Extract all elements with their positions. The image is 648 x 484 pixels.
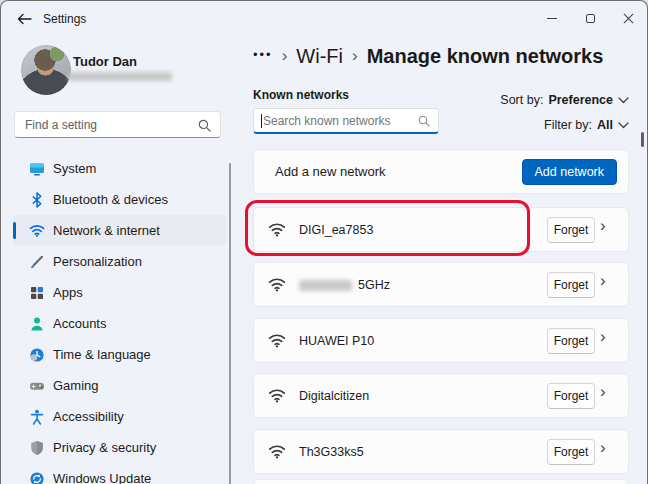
wifi-icon: [268, 333, 286, 348]
breadcrumb-wifi[interactable]: Wi-Fi: [296, 45, 343, 68]
maximize-icon: [586, 14, 595, 23]
window-title: Settings: [43, 1, 86, 37]
chevron-down-icon: [618, 122, 629, 129]
titlebar: Settings: [1, 1, 647, 37]
sidebar-item-label: Network & internet: [53, 223, 160, 238]
sidebar-item-label: Accounts: [53, 316, 106, 331]
minimize-button[interactable]: [533, 1, 571, 35]
filter-by-label: Filter by:: [544, 118, 592, 132]
user-email-redacted: [68, 72, 172, 81]
text-caret: [261, 114, 262, 128]
network-name: Th3G33ks5: [299, 430, 364, 475]
sidebar-item-label: Gaming: [53, 378, 99, 393]
sidebar-item-label: System: [53, 161, 96, 176]
network-name: HUAWEI P10: [299, 319, 374, 364]
chevron-separator-icon: ›: [352, 46, 358, 68]
minimize-icon: [547, 18, 557, 19]
sidebar-item-apps[interactable]: Apps: [13, 277, 226, 308]
wifi-icon: [268, 222, 286, 237]
back-arrow-icon: [17, 13, 32, 25]
forget-button[interactable]: Forget: [547, 272, 595, 298]
sidebar-nav: System Bluetooth & devices Network & int…: [13, 153, 226, 484]
sort-by-value: Preference: [548, 93, 613, 107]
redacted-name-blur: [299, 280, 352, 291]
sidebar-item-gaming[interactable]: Gaming: [13, 370, 226, 401]
filter-by-value: All: [597, 118, 613, 132]
main-content: ••• › Wi-Fi › Manage known networks Know…: [249, 37, 647, 484]
network-row-redacted-5ghz[interactable]: 5GHz Forget ›: [253, 262, 629, 307]
wifi-icon: [268, 444, 286, 459]
chevron-right-icon[interactable]: ›: [600, 216, 606, 236]
network-row-digitalcitizen[interactable]: Digitalcitizen Forget ›: [253, 373, 629, 418]
network-row-partial: [253, 479, 629, 484]
chevron-separator-icon: ›: [282, 46, 288, 68]
close-icon: [623, 13, 634, 24]
breadcrumb-ellipsis-button[interactable]: •••: [253, 47, 273, 66]
forget-button[interactable]: Forget: [547, 217, 595, 243]
network-name: DIGI_ea7853: [299, 208, 373, 253]
chevron-right-icon[interactable]: ›: [600, 382, 606, 402]
user-name: Tudor Dan: [73, 54, 137, 69]
settings-window: Settings Tudor Dan System: [0, 0, 648, 484]
forget-button[interactable]: Forget: [547, 328, 595, 354]
time-language-icon: [29, 347, 45, 363]
sidebar-scrollbar[interactable]: [229, 163, 231, 484]
wifi-icon: [268, 277, 286, 292]
sort-by-label: Sort by:: [500, 93, 543, 107]
personalization-icon: [29, 254, 45, 270]
system-icon: [29, 161, 45, 177]
wifi-icon: [268, 388, 286, 403]
sidebar-item-privacy-security[interactable]: Privacy & security: [13, 432, 226, 463]
filter-by-dropdown[interactable]: Filter by: All: [544, 118, 629, 132]
sidebar-item-bluetooth[interactable]: Bluetooth & devices: [13, 184, 226, 215]
sort-by-dropdown[interactable]: Sort by: Preference: [500, 93, 629, 107]
bluetooth-icon: [29, 192, 45, 208]
forget-button[interactable]: Forget: [547, 383, 595, 409]
sidebar-item-label: Bluetooth & devices: [53, 192, 168, 207]
sidebar-item-label: Privacy & security: [53, 440, 156, 455]
privacy-shield-icon: [29, 440, 45, 456]
page-title: Manage known networks: [367, 45, 604, 68]
sidebar-item-accessibility[interactable]: Accessibility: [13, 401, 226, 432]
maximize-button[interactable]: [571, 1, 609, 35]
sidebar-item-personalization[interactable]: Personalization: [13, 246, 226, 277]
sidebar-item-accounts[interactable]: Accounts: [13, 308, 226, 339]
windows-update-icon: [29, 471, 45, 484]
sidebar: Tudor Dan System Bluetooth & devices: [1, 37, 249, 484]
sidebar-item-label: Apps: [53, 285, 83, 300]
network-searchbox[interactable]: [253, 108, 439, 134]
sidebar-item-windows-update[interactable]: Windows Update: [13, 463, 226, 484]
find-setting-input[interactable]: [15, 112, 220, 137]
sidebar-item-network-internet[interactable]: Network & internet: [13, 215, 226, 246]
gaming-icon: [29, 378, 45, 394]
user-avatar[interactable]: [21, 45, 71, 95]
network-name: Digitalcitizen: [299, 374, 369, 419]
forget-button[interactable]: Forget: [547, 439, 595, 465]
network-row-th3g33ks5[interactable]: Th3G33ks5 Forget ›: [253, 429, 629, 474]
apps-icon: [29, 285, 45, 301]
chevron-right-icon[interactable]: ›: [600, 438, 606, 458]
add-network-label: Add a new network: [275, 150, 386, 195]
add-network-card: Add a new network Add network: [253, 149, 629, 194]
sidebar-item-label: Accessibility: [53, 409, 124, 424]
breadcrumb: ••• › Wi-Fi › Manage known networks: [253, 45, 603, 68]
find-setting-searchbox[interactable]: [14, 111, 221, 138]
wifi-icon: [29, 223, 45, 239]
chevron-right-icon[interactable]: ›: [600, 327, 606, 347]
sidebar-item-system[interactable]: System: [13, 153, 226, 184]
network-row-huawei[interactable]: HUAWEI P10 Forget ›: [253, 318, 629, 363]
search-icon: [198, 119, 211, 132]
selected-accent-bar: [13, 222, 16, 239]
chevron-down-icon: [618, 97, 629, 104]
back-button[interactable]: [9, 4, 39, 34]
close-button[interactable]: [609, 1, 647, 35]
network-row-digi[interactable]: DIGI_ea7853 Forget ›: [253, 207, 629, 252]
add-network-button[interactable]: Add network: [522, 159, 617, 185]
network-search-input[interactable]: [254, 109, 438, 132]
sidebar-item-label: Personalization: [53, 254, 142, 269]
network-name: 5GHz: [299, 263, 390, 308]
sidebar-item-time-language[interactable]: Time & language: [13, 339, 226, 370]
chevron-right-icon[interactable]: ›: [600, 271, 606, 291]
sidebar-item-label: Time & language: [53, 347, 151, 362]
main-scrollbar[interactable]: [641, 132, 644, 147]
